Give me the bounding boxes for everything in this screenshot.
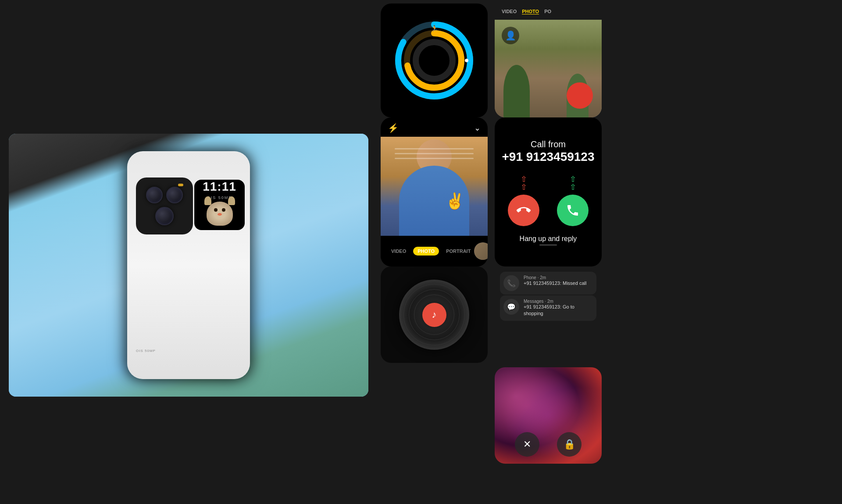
- dot-indicator: [465, 59, 468, 62]
- message-notif-icon: 💬: [503, 299, 519, 315]
- phone-notif-icon: 📞: [503, 275, 519, 291]
- peace-hand: ✌️: [445, 192, 465, 210]
- video-mode-video[interactable]: VIDEO: [388, 247, 410, 256]
- camera-panel: VIDEO PHOTO PO 👤: [495, 4, 602, 117]
- notification-2: 💬 Messages · 2m +91 9123459123: Go to sh…: [500, 295, 596, 321]
- pet-illustration: [205, 202, 234, 230]
- svg-point-6: [432, 31, 436, 35]
- camera-lens-2: [166, 187, 183, 203]
- video-mode-portrait[interactable]: PORTRAIT: [442, 247, 474, 256]
- camera-top-bar: VIDEO PHOTO PO: [495, 4, 602, 20]
- screen-time: 11:11: [203, 180, 236, 194]
- caller-person: ✌️: [390, 139, 478, 236]
- flash-off-icon[interactable]: ⚡: [388, 123, 399, 133]
- chevron-down-icon[interactable]: ⌄: [474, 123, 481, 133]
- video-call-panel: ⚡ ⌄ ✌️: [381, 117, 488, 266]
- flash-led: [178, 184, 183, 186]
- unlock-button[interactable]: 🔒: [557, 432, 582, 457]
- call-notification-panel: Call from +91 9123459123 ⇧⇧ ⇧⇧: [495, 117, 602, 266]
- decline-arrows-icon: ⇧⇧: [521, 175, 527, 191]
- call-number: +91 9123459123: [502, 150, 595, 164]
- record-button[interactable]: [567, 82, 593, 109]
- accept-button-wrapper: ⇧⇧: [557, 175, 589, 226]
- camera-mode-po[interactable]: PO: [544, 9, 551, 14]
- left-section: 11:11 OIS 50MP: [0, 0, 377, 504]
- call-action-buttons: ⇧⇧ ⇧⇧: [508, 175, 589, 226]
- activity-rings: 🏃: [395, 21, 474, 100]
- svg-point-4: [416, 42, 453, 79]
- notif-2-message: +91 9123459123: Go to shopping: [524, 304, 593, 317]
- camera-lens-1: [146, 187, 163, 203]
- notifications-panel: 📞 Phone · 2m +91 9123459123: Missed call…: [495, 266, 602, 363]
- call-from-text: Call from: [502, 138, 595, 150]
- lockscreen-panel: ✕ 🔒: [495, 367, 602, 464]
- notif-2-app: Messages · 2m: [524, 299, 593, 304]
- phone-brand-label: OIS 50MP: [136, 349, 156, 353]
- video-mode-photo[interactable]: PHOTO: [413, 247, 439, 256]
- notification-1: 📞 Phone · 2m +91 9123459123: Missed call: [500, 272, 596, 295]
- notif-1-message: +91 9123459123: Missed call: [524, 280, 593, 287]
- video-controls-bar: VIDEO PHOTO PORTRAIT ⊙: [381, 236, 488, 266]
- music-play-button[interactable]: ♪: [422, 303, 446, 327]
- video-top-bar: ⚡ ⌄: [381, 117, 488, 137]
- notif-1-app: Phone · 2m: [524, 275, 593, 280]
- phone-device: 11:11 OIS 50MP: [127, 151, 250, 379]
- ui-panels: 🏃 VIDEO PHOTO PO 👤: [377, 0, 623, 504]
- decline-call-button[interactable]: [508, 195, 539, 226]
- hang-up-underline: [539, 245, 557, 245]
- activity-rings-panel: 🏃: [381, 4, 488, 117]
- lock-icon: 🔒: [564, 439, 575, 450]
- notif-2-content: Messages · 2m +91 9123459123: Go to shop…: [524, 299, 593, 317]
- camera-module: [136, 177, 193, 234]
- mini-avatar: [474, 242, 488, 260]
- notif-1-content: Phone · 2m +91 9123459123: Missed call: [524, 275, 593, 287]
- camera-mode-tabs: VIDEO PHOTO PO: [502, 9, 551, 14]
- camera-profile-icon: 👤: [505, 30, 516, 41]
- camera-lenses: [143, 183, 186, 229]
- hang-up-section: Hang up and reply: [520, 233, 577, 245]
- close-lockscreen-button[interactable]: ✕: [515, 432, 539, 457]
- video-person-area: ✌️: [381, 137, 488, 236]
- accept-call-button[interactable]: [557, 195, 589, 226]
- lockscreen-controls: ✕ 🔒: [495, 432, 602, 457]
- camera-mode-photo[interactable]: PHOTO: [522, 9, 539, 14]
- camera-preview: 👤: [495, 20, 602, 117]
- close-icon: ✕: [523, 439, 531, 450]
- record-disc: ♪: [399, 280, 469, 350]
- camera-mode-video[interactable]: VIDEO: [502, 9, 517, 14]
- phone-image: 11:11 OIS 50MP: [9, 134, 368, 397]
- call-from-label: Call from +91 9123459123: [502, 138, 595, 164]
- mini-screen: 11:11 OIS 50MP: [194, 180, 245, 230]
- video-mode-tabs: VIDEO PHOTO PORTRAIT: [388, 247, 474, 256]
- music-note-icon: ♪: [432, 309, 437, 320]
- music-player-panel: ♪: [381, 266, 488, 363]
- camera-lens-3: [155, 207, 174, 225]
- video-mini-controls: ⊙: [474, 240, 488, 262]
- hang-up-text: Hang up and reply: [520, 235, 577, 243]
- accept-arrows-icon: ⇧⇧: [570, 175, 576, 191]
- decline-button-wrapper: ⇧⇧: [508, 175, 539, 226]
